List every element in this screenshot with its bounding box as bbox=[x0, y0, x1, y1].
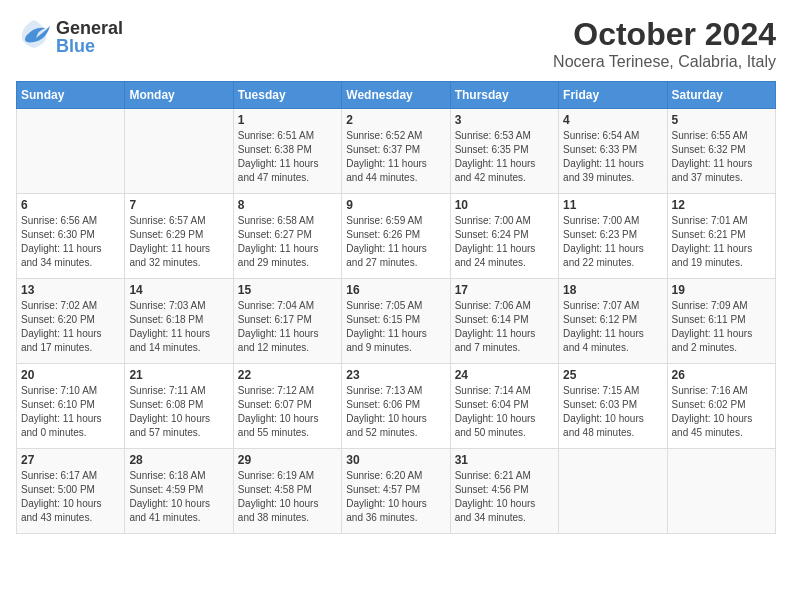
cell-info-2-0: Sunrise: 7:02 AM Sunset: 6:20 PM Dayligh… bbox=[21, 299, 120, 355]
cell-4-3: 30Sunrise: 6:20 AM Sunset: 4:57 PM Dayli… bbox=[342, 449, 450, 534]
cell-info-0-6: Sunrise: 6:55 AM Sunset: 6:32 PM Dayligh… bbox=[672, 129, 771, 185]
location-subtitle: Nocera Terinese, Calabria, Italy bbox=[553, 53, 776, 71]
cell-3-6: 26Sunrise: 7:16 AM Sunset: 6:02 PM Dayli… bbox=[667, 364, 775, 449]
cell-info-2-5: Sunrise: 7:07 AM Sunset: 6:12 PM Dayligh… bbox=[563, 299, 662, 355]
cell-0-5: 4Sunrise: 6:54 AM Sunset: 6:33 PM Daylig… bbox=[559, 109, 667, 194]
cell-info-0-2: Sunrise: 6:51 AM Sunset: 6:38 PM Dayligh… bbox=[238, 129, 337, 185]
cell-2-5: 18Sunrise: 7:07 AM Sunset: 6:12 PM Dayli… bbox=[559, 279, 667, 364]
cell-3-0: 20Sunrise: 7:10 AM Sunset: 6:10 PM Dayli… bbox=[17, 364, 125, 449]
cell-info-1-1: Sunrise: 6:57 AM Sunset: 6:29 PM Dayligh… bbox=[129, 214, 228, 270]
day-number-22: 22 bbox=[238, 368, 337, 382]
cell-0-6: 5Sunrise: 6:55 AM Sunset: 6:32 PM Daylig… bbox=[667, 109, 775, 194]
header-tuesday: Tuesday bbox=[233, 82, 341, 109]
cell-1-6: 12Sunrise: 7:01 AM Sunset: 6:21 PM Dayli… bbox=[667, 194, 775, 279]
day-number-26: 26 bbox=[672, 368, 771, 382]
cell-0-2: 1Sunrise: 6:51 AM Sunset: 6:38 PM Daylig… bbox=[233, 109, 341, 194]
title-area: October 2024 Nocera Terinese, Calabria, … bbox=[553, 16, 776, 71]
day-number-23: 23 bbox=[346, 368, 445, 382]
day-number-29: 29 bbox=[238, 453, 337, 467]
day-number-13: 13 bbox=[21, 283, 120, 297]
cell-2-3: 16Sunrise: 7:05 AM Sunset: 6:15 PM Dayli… bbox=[342, 279, 450, 364]
cell-info-2-2: Sunrise: 7:04 AM Sunset: 6:17 PM Dayligh… bbox=[238, 299, 337, 355]
cell-0-1 bbox=[125, 109, 233, 194]
day-number-6: 6 bbox=[21, 198, 120, 212]
cell-1-0: 6Sunrise: 6:56 AM Sunset: 6:30 PM Daylig… bbox=[17, 194, 125, 279]
day-number-27: 27 bbox=[21, 453, 120, 467]
logo-bird-icon bbox=[16, 16, 52, 57]
day-number-1: 1 bbox=[238, 113, 337, 127]
cell-1-2: 8Sunrise: 6:58 AM Sunset: 6:27 PM Daylig… bbox=[233, 194, 341, 279]
day-number-24: 24 bbox=[455, 368, 554, 382]
cell-1-5: 11Sunrise: 7:00 AM Sunset: 6:23 PM Dayli… bbox=[559, 194, 667, 279]
cell-3-2: 22Sunrise: 7:12 AM Sunset: 6:07 PM Dayli… bbox=[233, 364, 341, 449]
day-number-28: 28 bbox=[129, 453, 228, 467]
day-number-17: 17 bbox=[455, 283, 554, 297]
cell-3-5: 25Sunrise: 7:15 AM Sunset: 6:03 PM Dayli… bbox=[559, 364, 667, 449]
header-wednesday: Wednesday bbox=[342, 82, 450, 109]
cell-info-4-2: Sunrise: 6:19 AM Sunset: 4:58 PM Dayligh… bbox=[238, 469, 337, 525]
day-number-4: 4 bbox=[563, 113, 662, 127]
header-sunday: Sunday bbox=[17, 82, 125, 109]
cell-4-5 bbox=[559, 449, 667, 534]
cell-1-3: 9Sunrise: 6:59 AM Sunset: 6:26 PM Daylig… bbox=[342, 194, 450, 279]
cell-1-4: 10Sunrise: 7:00 AM Sunset: 6:24 PM Dayli… bbox=[450, 194, 558, 279]
logo-text: General Blue bbox=[56, 19, 123, 55]
cell-info-1-4: Sunrise: 7:00 AM Sunset: 6:24 PM Dayligh… bbox=[455, 214, 554, 270]
cell-0-4: 3Sunrise: 6:53 AM Sunset: 6:35 PM Daylig… bbox=[450, 109, 558, 194]
calendar-header-row: Sunday Monday Tuesday Wednesday Thursday… bbox=[17, 82, 776, 109]
cell-info-1-2: Sunrise: 6:58 AM Sunset: 6:27 PM Dayligh… bbox=[238, 214, 337, 270]
cell-info-1-0: Sunrise: 6:56 AM Sunset: 6:30 PM Dayligh… bbox=[21, 214, 120, 270]
day-number-5: 5 bbox=[672, 113, 771, 127]
cell-4-0: 27Sunrise: 6:17 AM Sunset: 5:00 PM Dayli… bbox=[17, 449, 125, 534]
week-row-0: 1Sunrise: 6:51 AM Sunset: 6:38 PM Daylig… bbox=[17, 109, 776, 194]
day-number-16: 16 bbox=[346, 283, 445, 297]
cell-info-1-3: Sunrise: 6:59 AM Sunset: 6:26 PM Dayligh… bbox=[346, 214, 445, 270]
week-row-4: 27Sunrise: 6:17 AM Sunset: 5:00 PM Dayli… bbox=[17, 449, 776, 534]
logo-general-text: General bbox=[56, 19, 123, 37]
day-number-9: 9 bbox=[346, 198, 445, 212]
cell-info-1-6: Sunrise: 7:01 AM Sunset: 6:21 PM Dayligh… bbox=[672, 214, 771, 270]
day-number-19: 19 bbox=[672, 283, 771, 297]
page-header: General Blue October 2024 Nocera Terines… bbox=[16, 16, 776, 71]
cell-0-0 bbox=[17, 109, 125, 194]
cell-info-4-4: Sunrise: 6:21 AM Sunset: 4:56 PM Dayligh… bbox=[455, 469, 554, 525]
calendar-table: Sunday Monday Tuesday Wednesday Thursday… bbox=[16, 81, 776, 534]
cell-info-3-4: Sunrise: 7:14 AM Sunset: 6:04 PM Dayligh… bbox=[455, 384, 554, 440]
day-number-12: 12 bbox=[672, 198, 771, 212]
cell-4-4: 31Sunrise: 6:21 AM Sunset: 4:56 PM Dayli… bbox=[450, 449, 558, 534]
day-number-3: 3 bbox=[455, 113, 554, 127]
cell-info-3-6: Sunrise: 7:16 AM Sunset: 6:02 PM Dayligh… bbox=[672, 384, 771, 440]
cell-info-4-0: Sunrise: 6:17 AM Sunset: 5:00 PM Dayligh… bbox=[21, 469, 120, 525]
cell-3-1: 21Sunrise: 7:11 AM Sunset: 6:08 PM Dayli… bbox=[125, 364, 233, 449]
cell-info-3-2: Sunrise: 7:12 AM Sunset: 6:07 PM Dayligh… bbox=[238, 384, 337, 440]
cell-info-4-1: Sunrise: 6:18 AM Sunset: 4:59 PM Dayligh… bbox=[129, 469, 228, 525]
cell-3-3: 23Sunrise: 7:13 AM Sunset: 6:06 PM Dayli… bbox=[342, 364, 450, 449]
cell-2-6: 19Sunrise: 7:09 AM Sunset: 6:11 PM Dayli… bbox=[667, 279, 775, 364]
cell-2-2: 15Sunrise: 7:04 AM Sunset: 6:17 PM Dayli… bbox=[233, 279, 341, 364]
day-number-20: 20 bbox=[21, 368, 120, 382]
cell-4-6 bbox=[667, 449, 775, 534]
day-number-14: 14 bbox=[129, 283, 228, 297]
day-number-2: 2 bbox=[346, 113, 445, 127]
header-thursday: Thursday bbox=[450, 82, 558, 109]
logo: General Blue bbox=[16, 16, 123, 57]
cell-info-3-5: Sunrise: 7:15 AM Sunset: 6:03 PM Dayligh… bbox=[563, 384, 662, 440]
month-title: October 2024 bbox=[553, 16, 776, 53]
cell-2-1: 14Sunrise: 7:03 AM Sunset: 6:18 PM Dayli… bbox=[125, 279, 233, 364]
cell-info-0-5: Sunrise: 6:54 AM Sunset: 6:33 PM Dayligh… bbox=[563, 129, 662, 185]
header-monday: Monday bbox=[125, 82, 233, 109]
cell-0-3: 2Sunrise: 6:52 AM Sunset: 6:37 PM Daylig… bbox=[342, 109, 450, 194]
day-number-31: 31 bbox=[455, 453, 554, 467]
day-number-7: 7 bbox=[129, 198, 228, 212]
cell-4-2: 29Sunrise: 6:19 AM Sunset: 4:58 PM Dayli… bbox=[233, 449, 341, 534]
day-number-18: 18 bbox=[563, 283, 662, 297]
day-number-25: 25 bbox=[563, 368, 662, 382]
header-saturday: Saturday bbox=[667, 82, 775, 109]
logo-blue-text: Blue bbox=[56, 37, 123, 55]
week-row-2: 13Sunrise: 7:02 AM Sunset: 6:20 PM Dayli… bbox=[17, 279, 776, 364]
cell-3-4: 24Sunrise: 7:14 AM Sunset: 6:04 PM Dayli… bbox=[450, 364, 558, 449]
cell-2-0: 13Sunrise: 7:02 AM Sunset: 6:20 PM Dayli… bbox=[17, 279, 125, 364]
day-number-15: 15 bbox=[238, 283, 337, 297]
day-number-21: 21 bbox=[129, 368, 228, 382]
cell-info-0-3: Sunrise: 6:52 AM Sunset: 6:37 PM Dayligh… bbox=[346, 129, 445, 185]
